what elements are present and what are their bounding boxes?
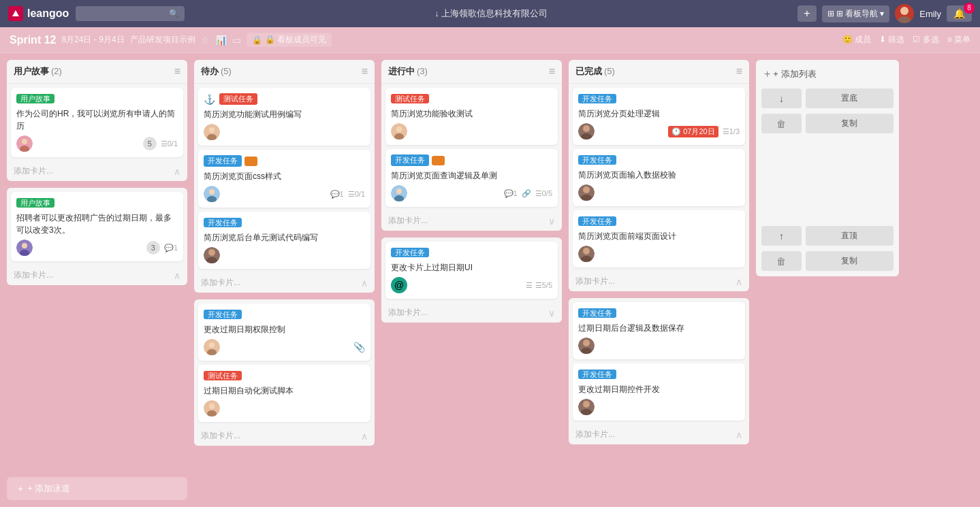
svg-point-19 — [209, 342, 215, 348]
card-us-2[interactable]: 用户故事 招聘者可以更改招聘广告的过期日期，最多可以改变3次。 3 💬1 — [11, 192, 183, 261]
svg-point-40 — [583, 340, 590, 346]
add-swim-lane[interactable]: + + 添加泳道 — [7, 477, 187, 500]
btn-down[interactable]: ↓ — [761, 88, 802, 108]
tag-dev-3: 开发任务 — [204, 218, 242, 227]
tag-dev-2: 开发任务 — [204, 155, 242, 167]
card-title-ip-1: 简历浏览功能验收测试 — [391, 108, 552, 120]
lock-label: 🔒 看板成员可见 — [265, 34, 326, 46]
sprint-title: Sprint 12 — [10, 34, 56, 46]
search-wrap[interactable]: 🔍 — [76, 6, 185, 21]
chevron-us-2: ∧ — [174, 270, 180, 281]
svg-point-28 — [396, 189, 402, 194]
card-ip-1[interactable]: 测试任务 简历浏览功能验收测试 — [385, 88, 558, 145]
add-card-us-2[interactable]: 添加卡片... ∧ — [7, 265, 187, 285]
add-card-done-1[interactable]: 添加卡片... ∧ — [569, 272, 749, 291]
btn-delete-2[interactable]: 🗑 — [761, 251, 802, 271]
comment-us-2: 💬1 — [164, 244, 178, 252]
layout-icon[interactable]: ▭ — [232, 35, 241, 46]
card-title-us-2: 招聘者可以更改招聘广告的过期日期，最多可以改变3次。 — [16, 212, 178, 236]
company-name[interactable]: ↓ 上海领歌信息科技有限公司 — [191, 7, 791, 20]
card-todo-3[interactable]: 开发任务 简历浏览后台单元测试代码编写 — [198, 212, 370, 269]
col-menu-done[interactable]: ≡ — [736, 65, 742, 78]
svg-point-16 — [208, 249, 215, 256]
btn-up[interactable]: ↑ — [761, 226, 802, 246]
svg-point-4 — [22, 139, 27, 144]
btn-delete-1[interactable]: 🗑 — [761, 114, 802, 133]
card-done-5[interactable]: 开发任务 更改过期日期控件开发 — [573, 363, 745, 421]
board-main: 用户故事(2) ≡ 用户故事 作为公司的HR，我可以浏览所有申请人的简历 5 ☰… — [0, 53, 980, 507]
logo-text: leangoo — [27, 7, 69, 20]
comment-todo-2: 💬1 — [330, 190, 344, 199]
tag-dev-done2: 开发任务 — [578, 155, 616, 165]
btn-copy-1[interactable]: 复制 — [806, 114, 894, 133]
card-todo-1[interactable]: ⚓ 测试任务 简历浏览功能测试用例编写 — [198, 88, 370, 146]
multi-select-btn[interactable]: ☑ 多选 — [913, 34, 938, 46]
svg-point-34 — [583, 186, 590, 193]
card-done-4[interactable]: 开发任务 过期日期后台逻辑及数据保存 — [573, 302, 745, 359]
logo-area[interactable]: leangoo — [8, 6, 69, 21]
menu-btn[interactable]: ≡ 菜单 — [947, 34, 970, 46]
col-menu-todo[interactable]: ≡ — [362, 65, 368, 78]
card-todo-5[interactable]: 测试任务 过期日期自动化测试脚本 — [198, 365, 370, 422]
col-menu-icon[interactable]: ≡ — [174, 65, 180, 78]
col-todo-1: 待办(5) ≡ ⚓ 测试任务 简历浏览功能测试用例编写 — [194, 60, 375, 293]
tag-test-1: 测试任务 — [219, 93, 257, 105]
card-avatar-us-2 — [16, 240, 33, 256]
search-input[interactable] — [76, 6, 185, 21]
board-header-right: 🙂 成员 ⬇ 筛选 ☑ 多选 ≡ 菜单 — [842, 34, 970, 46]
chevron-todo-2: ∧ — [361, 431, 368, 442]
btn-place-bottom[interactable]: 置底 — [806, 88, 894, 108]
col-menu-inprogress[interactable]: ≡ — [549, 65, 555, 78]
add-card-done-2[interactable]: 添加卡片... ∧ — [569, 425, 749, 444]
members-btn[interactable]: 🙂 成员 — [842, 34, 871, 46]
add-swim-label: + 添加泳道 — [27, 483, 70, 495]
btn-place-top[interactable]: 直顶 — [806, 226, 894, 246]
svg-point-2 — [898, 16, 911, 23]
card-title-todo-5: 过期日期自动化测试脚本 — [204, 385, 365, 397]
tag-test-5: 测试任务 — [204, 371, 242, 380]
chart-icon[interactable]: 📊 — [215, 35, 227, 46]
pin-icon: ⚓ — [204, 94, 215, 105]
card-todo-2[interactable]: 开发任务 简历浏览页面css样式 💬1 ☰0/1 — [198, 150, 370, 208]
card-done-1[interactable]: 开发任务 简历浏览分页处理逻辑 🕐 07月20日 ☰1/3 — [573, 88, 745, 145]
add-card-us[interactable]: 添加卡片... ∧ — [7, 161, 187, 181]
tag-user-story-2: 用户故事 — [16, 198, 54, 208]
logo-icon — [8, 6, 23, 21]
add-card-ip-2[interactable]: 添加卡片... ∨ — [381, 303, 562, 323]
card-us-1[interactable]: 用户故事 作为公司的HR，我可以浏览所有申请人的简历 5 ☰0/1 — [11, 88, 183, 157]
add-list-header[interactable]: + + 添加列表 — [761, 65, 894, 83]
lock-badge[interactable]: 🔒 🔒 看板成员可见 — [247, 33, 332, 47]
card-done-2[interactable]: 开发任务 简历浏览页面输入数据校验 — [573, 149, 745, 206]
board-nav-button[interactable]: ⊞ ⊞ 看板导航 ▾ — [822, 5, 890, 22]
card-todo-4[interactable]: 开发任务 更改过期日期权限控制 📎 — [198, 304, 370, 361]
add-card-todo-2[interactable]: 添加卡片... ∧ — [194, 426, 375, 446]
tag-dev-4: 开发任务 — [204, 310, 242, 319]
list-ip-3: ☰ — [526, 281, 533, 290]
notification-button[interactable]: 🔔 8 — [947, 5, 972, 22]
add-card-ip-1[interactable]: 添加卡片... ∨ — [381, 211, 562, 231]
tag-dev-done5: 开发任务 — [578, 370, 616, 379]
checklist-ip-2: ☰0/5 — [535, 189, 552, 198]
card-done-3[interactable]: 开发任务 简历浏览页面前端页面设计 — [573, 210, 745, 267]
add-button[interactable]: + — [797, 5, 816, 22]
panel-btn-row-1: ↓ 置底 — [761, 88, 894, 108]
col-body-todo-1: ⚓ 测试任务 简历浏览功能测试用例编写 开发任务 简历浏览页面css样式 — [194, 84, 375, 273]
link-ip-2: 🔗 — [522, 189, 531, 198]
tag-dev-ip3: 开发任务 — [391, 248, 429, 257]
card-ip-2[interactable]: 开发任务 简历浏览页面查询逻辑及单测 💬1 🔗 ☰0/5 — [385, 149, 558, 207]
user-avatar-nav[interactable] — [895, 4, 914, 23]
card-title-done-5: 更改过期日期控件开发 — [578, 383, 740, 395]
btn-copy-2[interactable]: 复制 — [806, 251, 894, 271]
search-icon: 🔍 — [169, 9, 179, 18]
card-title-done-4: 过期日期后台逻辑及数据保存 — [578, 322, 740, 334]
column-user-story-2: 用户故事 招聘者可以更改招聘广告的过期日期，最多可以改变3次。 3 💬1 添加卡… — [7, 188, 187, 285]
star-icon[interactable]: ☆ — [201, 35, 210, 46]
col-title-inprogress: 进行中(3) — [388, 65, 428, 78]
card-ip-3[interactable]: 开发任务 更改卡片上过期日期UI @ ☰ ☰5/5 — [385, 242, 558, 299]
card-title-todo-2: 简历浏览页面css样式 — [204, 170, 365, 182]
filter-btn[interactable]: ⬇ 筛选 — [879, 34, 904, 46]
add-card-todo-1[interactable]: 添加卡片... ∧ — [194, 273, 375, 293]
col-title-todo: 待办(5) — [201, 65, 232, 78]
panel-btn-row-4: 🗑 复制 — [761, 251, 894, 271]
col-body-done-1: 开发任务 简历浏览分页处理逻辑 🕐 07月20日 ☰1/3 开发任务 简历浏览页… — [569, 84, 749, 272]
